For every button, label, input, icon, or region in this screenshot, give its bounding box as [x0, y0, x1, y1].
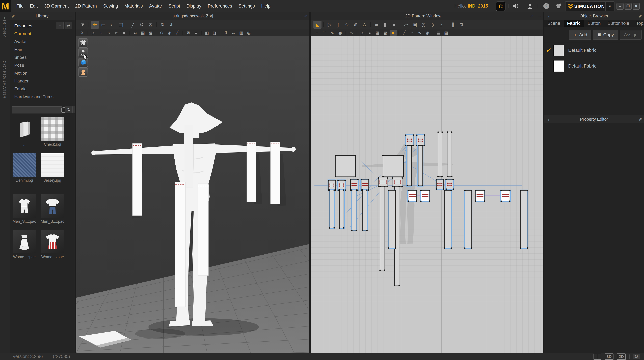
tab-fabric[interactable]: Fabric [564, 20, 584, 27]
jacket-icon[interactable]: ◆ [120, 30, 128, 36]
detach-icon[interactable]: ✂ [113, 30, 120, 36]
library-category-pose[interactable]: Pose [10, 61, 75, 69]
sewing-garment-icon[interactable]: ∿ [98, 30, 104, 36]
pattern-piece[interactable] [362, 189, 368, 231]
tape-roll-icon[interactable]: ◎ [245, 30, 252, 36]
library-category-motion[interactable]: Motion [10, 69, 75, 77]
dart-icon[interactable]: ◇ [428, 21, 436, 29]
pleat-icon[interactable]: ∥ [449, 21, 457, 29]
pattern-piece[interactable] [350, 179, 359, 191]
library-item-men-jeans[interactable]: Men_S...zpac [40, 194, 65, 224]
library-item-women-dress[interactable]: Wome...zpac [12, 230, 37, 259]
pattern-piece[interactable] [382, 155, 404, 177]
pattern-piece[interactable] [420, 190, 430, 202]
library-category-avatar[interactable]: Avatar [10, 38, 75, 45]
mn-sewing-icon[interactable]: ∿ [329, 30, 336, 36]
edit-sewing-icon[interactable]: ▷ [90, 30, 97, 36]
popout-icon[interactable]: ⇗ [10, 13, 17, 18]
library-item-check[interactable]: Check.jpg [40, 117, 65, 147]
texture-2d-small-icon[interactable]: ▦ [374, 30, 381, 36]
library-item-men-shorts[interactable]: Men_S...zpac [12, 194, 37, 224]
help-icon[interactable]: ? [542, 1, 551, 10]
symmetry-pin-icon[interactable]: ⇅ [222, 30, 229, 36]
pattern-piece[interactable] [406, 145, 412, 187]
pattern-canvas-2d[interactable] [311, 36, 543, 353]
internal-polygon-icon[interactable]: ▱ [402, 21, 410, 29]
transform-tool-icon[interactable]: ◣ [314, 21, 322, 29]
show-grain-icon[interactable]: ▦ [442, 30, 450, 36]
texture-2d-large-icon[interactable]: ▩ [382, 30, 389, 36]
viewport-3d[interactable] [76, 36, 310, 353]
panel-divider[interactable] [543, 12, 544, 353]
restore-button[interactable]: ❐ [624, 3, 632, 10]
topstitch-free-icon[interactable]: ∿ [416, 30, 423, 36]
copy-button[interactable]: ▣Copy [593, 30, 618, 39]
lasso-select-icon[interactable]: ○ [108, 21, 116, 29]
pattern-piece[interactable] [520, 190, 528, 249]
simulation-button[interactable]: SIMULATION ▼ [565, 1, 614, 11]
library-category-fabric[interactable]: Fabric [10, 85, 75, 93]
grain-edit-icon[interactable]: ▤ [435, 30, 442, 36]
pattern-piece[interactable] [475, 190, 485, 202]
internal-circle-icon[interactable]: ◎ [420, 21, 428, 29]
free-sewing-icon[interactable]: ⌒ [321, 30, 328, 36]
library-category-hanger[interactable]: Hanger [10, 77, 75, 85]
popout-icon[interactable]: ⇗ [636, 117, 644, 122]
pattern-piece[interactable] [392, 177, 403, 187]
tape-shirt-icon[interactable]: ▥ [238, 30, 245, 36]
pattern-piece[interactable] [444, 190, 452, 249]
tape-edit-icon[interactable]: ↔ [230, 30, 237, 36]
pattern-piece[interactable] [500, 190, 511, 202]
library-category-garment[interactable]: Garment [10, 30, 75, 38]
pattern-piece[interactable] [447, 131, 452, 177]
menu-avatar[interactable]: Avatar [146, 3, 165, 9]
panel-divider[interactable] [75, 12, 76, 353]
box-select-icon[interactable]: ▭ [100, 21, 108, 29]
minimize-button[interactable]: – [616, 3, 624, 10]
avatar-skin-toggle[interactable] [78, 67, 88, 77]
menu-edit[interactable]: Edit [27, 3, 41, 9]
tab-topstitch[interactable]: Topstitch [633, 20, 644, 27]
pattern-piece[interactable] [335, 155, 356, 177]
pattern-piece[interactable] [328, 179, 336, 191]
pattern-piece[interactable] [407, 190, 418, 202]
split-view-button[interactable] [594, 354, 601, 360]
view-3d-button[interactable]: 3D [604, 354, 614, 360]
show-sewing-icon[interactable]: ◆ [390, 30, 397, 36]
polygon-icon[interactable]: ▰ [372, 21, 380, 29]
button-place-icon[interactable]: ⊙ [158, 30, 165, 36]
search-input[interactable] [12, 106, 62, 113]
library-item-women-top-skirt[interactable]: Wome...zpac [40, 230, 65, 259]
select-move-icon[interactable]: ✛ [91, 21, 99, 29]
lock-button-icon[interactable]: ⊠ [185, 30, 192, 36]
assign-button[interactable]: Assign [620, 30, 642, 39]
add-favorite-button[interactable]: ＋ [56, 22, 64, 29]
menu-script[interactable]: Script [165, 3, 183, 9]
pin-garment-icon[interactable]: ⊠ [146, 21, 154, 29]
show-seam-eye-icon[interactable]: ◉ [336, 30, 344, 36]
history-tab[interactable]: HISTORY [2, 16, 7, 38]
zipper-2d-icon[interactable]: ≋ [366, 30, 374, 36]
library-category-hardware[interactable]: Hardware and Trims [10, 93, 75, 101]
steam-iron-icon[interactable]: ♨ [348, 30, 355, 36]
library-item-folder-up[interactable]: .. [12, 117, 37, 147]
sync-button[interactable]: ↻ [633, 354, 640, 359]
pattern-piece[interactable] [418, 145, 424, 187]
pointer-garment-icon[interactable]: ▷ [359, 30, 366, 36]
avatar-walk-icon[interactable]: λ [79, 30, 86, 36]
fabric-row[interactable]: ✔ Default Fabric [544, 42, 644, 58]
simulate-icon[interactable]: ▼ [79, 21, 87, 29]
texture-large-icon[interactable]: ▩ [147, 30, 154, 36]
tack-icon[interactable]: ↺ [138, 21, 146, 29]
pin-mannequin-icon[interactable]: ∩ [105, 30, 112, 36]
add-garment-icon[interactable] [554, 1, 563, 10]
collapse-right-icon[interactable]: → [544, 13, 552, 19]
pattern-piece[interactable] [337, 179, 346, 191]
pattern-piece[interactable] [360, 179, 370, 191]
refresh-icon[interactable]: ↻ [65, 106, 72, 113]
sound-icon[interactable] [511, 1, 520, 10]
library-item-denim[interactable]: Denim.jpg [12, 153, 37, 183]
configurator-tab[interactable]: CONFIGURATOR [2, 61, 7, 99]
fold-arrangement-icon[interactable]: ⇅ [158, 21, 166, 29]
back-button[interactable]: ↩ [64, 22, 72, 29]
